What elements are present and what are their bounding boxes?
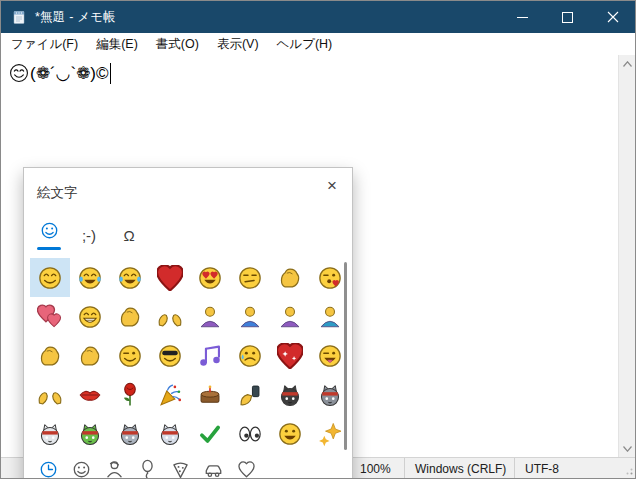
status-zoom-level: 100% — [349, 458, 404, 479]
smiley-outline-icon — [39, 220, 60, 244]
text-caret — [110, 63, 112, 84]
emoji-face-with-tears-of-joy[interactable] — [70, 258, 110, 297]
tab-symbols[interactable]: Ω — [117, 227, 141, 250]
vertical-scrollbar[interactable] — [618, 55, 635, 457]
clock-icon — [38, 459, 59, 479]
emoji-rose[interactable] — [110, 375, 150, 414]
menu-bar: ファイル(F)編集(E)書式(O)表示(V)ヘルプ(H) — [1, 33, 635, 55]
car-icon — [203, 459, 224, 479]
emoji-hacker-cat[interactable] — [30, 414, 70, 453]
maximize-button[interactable] — [545, 1, 590, 33]
emoji-woman-facepalming[interactable] — [190, 297, 230, 336]
emoji-clapping-hands[interactable] — [30, 375, 70, 414]
emoji-man-facepalming[interactable] — [230, 297, 270, 336]
minimize-button[interactable] — [500, 1, 545, 33]
notepad-window: *無題 - メモ帳 ファイル(F)編集(E)書式(O)表示(V)ヘルプ(H) (… — [0, 0, 636, 479]
main-area: (❁´◡`❁)© 絵文字 × ;-)Ω — [1, 55, 635, 457]
category-people[interactable] — [103, 459, 125, 479]
scroll-up-arrow-icon[interactable] — [619, 55, 636, 72]
window-controls — [500, 1, 635, 33]
typed-kaomoji-text: (❁´◡`❁)© — [30, 63, 109, 84]
emoji-check-mark[interactable] — [190, 414, 230, 453]
emoji-panel-tabs: ;-)Ω — [37, 218, 141, 250]
emoji-crying-face[interactable] — [230, 336, 270, 375]
emoji-woman-shrugging[interactable] — [270, 297, 310, 336]
emoji-red-heart[interactable] — [150, 258, 190, 297]
emoji-grid — [30, 258, 350, 453]
emoji-selfie[interactable] — [230, 375, 270, 414]
emoji-two-hearts[interactable] — [30, 297, 70, 336]
emoji-victory-hand[interactable] — [30, 336, 70, 375]
emoji-party-popper[interactable] — [150, 375, 190, 414]
menu-item-view[interactable]: 表示(V) — [208, 34, 268, 55]
menu-item-help[interactable]: ヘルプ(H) — [268, 34, 342, 55]
emoji-winking-face[interactable] — [110, 336, 150, 375]
emoji-sparkling-heart[interactable] — [270, 336, 310, 375]
smiley-icon — [71, 459, 92, 479]
typed-smiling-face-emoji — [9, 63, 29, 83]
close-button[interactable] — [590, 1, 635, 33]
emoji-smiling-face-with-heart-eyes[interactable] — [190, 258, 230, 297]
emoji-smiling-face-with-sunglasses[interactable] — [150, 336, 190, 375]
emoji-panel-title: 絵文字 — [37, 184, 78, 202]
emoji-category-bar — [37, 459, 257, 479]
menu-item-edit[interactable]: 編集(E) — [87, 34, 147, 55]
category-transport-places[interactable] — [202, 459, 224, 479]
emoji-raising-hands[interactable] — [150, 297, 190, 336]
emoji-panel-close-icon[interactable]: × — [322, 174, 342, 198]
emoji-thumbs-up[interactable] — [110, 297, 150, 336]
pizza-icon — [170, 459, 191, 479]
heart-outline-icon — [236, 459, 257, 479]
title-bar: *無題 - メモ帳 — [1, 1, 635, 33]
emoji-hipster-cat[interactable] — [110, 414, 150, 453]
emoji-rolling-on-the-floor-laughing[interactable] — [110, 258, 150, 297]
emoji-smiling-face-with-smiling-eyes[interactable] — [30, 258, 70, 297]
status-line-ending: Windows (CRLF) — [404, 458, 514, 479]
emoji-unamused-face[interactable] — [230, 258, 270, 297]
emoji-ok-hand[interactable] — [270, 258, 310, 297]
status-encoding: UTF-8 — [514, 458, 635, 479]
person-icon — [104, 459, 125, 479]
category-celebrations-objects[interactable] — [136, 459, 158, 479]
emoji-picker-panel: 絵文字 × ;-)Ω — [23, 167, 353, 479]
emoji-beaming-face-with-smiling-eyes[interactable] — [70, 297, 110, 336]
category-symbols[interactable] — [235, 459, 257, 479]
category-recently-used[interactable] — [37, 459, 59, 479]
emoji-eyes[interactable] — [230, 414, 270, 453]
category-smiley-faces[interactable] — [70, 459, 92, 479]
tab-emoji[interactable] — [37, 220, 61, 250]
emoji-astro-cat[interactable] — [150, 414, 190, 453]
menu-item-file[interactable]: ファイル(F) — [2, 34, 87, 55]
emoji-grinning-face-with-big-eyes[interactable] — [270, 414, 310, 453]
emoji-musical-notes[interactable] — [190, 336, 230, 375]
category-food-plants[interactable] — [169, 459, 191, 479]
resize-grip[interactable] — [623, 464, 633, 478]
notepad-app-icon — [11, 9, 27, 25]
emoji-birthday-cake[interactable] — [190, 375, 230, 414]
emoji-crossed-fingers[interactable] — [70, 336, 110, 375]
balloon-icon — [137, 459, 158, 479]
window-title: *無題 - メモ帳 — [35, 9, 116, 26]
editor-text-line: (❁´◡`❁)© — [9, 60, 610, 86]
emoji-grid-scrollbar-thumb[interactable] — [344, 262, 347, 450]
scroll-down-arrow-icon[interactable] — [619, 440, 636, 457]
emoji-ninja-cat[interactable] — [270, 375, 310, 414]
emoji-dino-cat[interactable] — [70, 414, 110, 453]
emoji-kiss-mark[interactable] — [70, 375, 110, 414]
menu-item-format[interactable]: 書式(O) — [147, 34, 208, 55]
tab-kaomoji[interactable]: ;-) — [77, 227, 101, 250]
